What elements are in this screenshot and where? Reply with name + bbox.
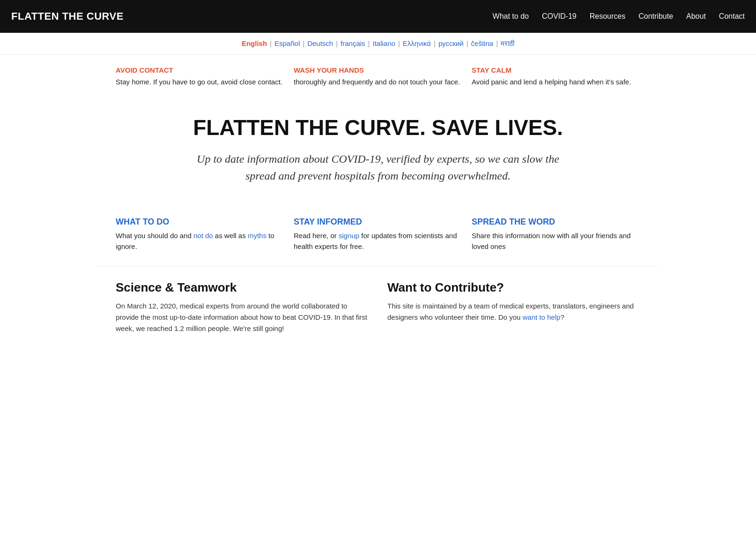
lang-separator: | <box>270 39 272 47</box>
feature-body-1: Read here, or signup for updates from sc… <box>294 231 462 252</box>
lang-italiano[interactable]: Italiano <box>373 39 395 47</box>
hero-title: FLATTEN THE CURVE. SAVE LIVES. <box>186 116 570 140</box>
lang-ελληνικά[interactable]: Ελληνικά <box>403 39 431 47</box>
feature-body-2: Share this information now with all your… <box>472 231 640 252</box>
contribute-link[interactable]: want to help <box>522 313 560 321</box>
language-bar: English|Español|Deutsch|français|Italian… <box>0 33 756 55</box>
site-logo: FLATTEN THE CURVE <box>11 10 124 23</box>
features-section: WHAT TO DOWhat you should do and not do … <box>97 203 659 266</box>
tip-title-0: AVOID CONTACT <box>116 66 284 74</box>
lang-deutsch[interactable]: Deutsch <box>307 39 333 47</box>
feature-link-not-do[interactable]: not do <box>193 232 213 240</box>
tip-title-1: WASH YOUR HANDS <box>294 66 462 74</box>
tip-title-2: STAY CALM <box>472 66 640 74</box>
lang-русский[interactable]: русский <box>438 39 464 47</box>
lang-français[interactable]: français <box>341 39 365 47</box>
tip-0: AVOID CONTACTStay home. If you have to g… <box>116 66 284 88</box>
lang-separator: | <box>434 39 436 47</box>
nav-link-what-to-do[interactable]: What to do <box>493 12 529 20</box>
lang-english[interactable]: English <box>242 39 267 47</box>
feature-link-signup[interactable]: signup <box>339 232 359 240</box>
lang-मराठी[interactable]: मराठी <box>501 39 514 47</box>
nav-links: What to doCOVID-19ResourcesContributeAbo… <box>493 12 745 21</box>
lang-separator: | <box>368 39 370 47</box>
quick-tips: AVOID CONTACTStay home. If you have to g… <box>97 55 659 92</box>
nav-link-resources[interactable]: Resources <box>590 12 625 20</box>
science-title: Science & Teamwork <box>116 280 369 295</box>
contribute-body: This site is maintained by a team of med… <box>387 301 640 323</box>
lang-separator: | <box>467 39 468 47</box>
nav-link-covid-19[interactable]: COVID-19 <box>542 12 577 20</box>
lang-čeština[interactable]: čeština <box>471 39 494 47</box>
feature-0: WHAT TO DOWhat you should do and not do … <box>116 217 284 252</box>
feature-text: What you should do <box>116 232 178 240</box>
science-teamwork-section: Science & Teamwork On March 12, 2020, me… <box>116 280 369 334</box>
bottom-sections: Science & Teamwork On March 12, 2020, me… <box>97 266 659 353</box>
science-body: On March 12, 2020, medical experts from … <box>116 301 369 334</box>
tip-2: STAY CALMAvoid panic and lend a helping … <box>472 66 640 88</box>
feature-2: SPREAD THE WORDShare this information no… <box>472 217 640 252</box>
feature-text: Share this information now with all your… <box>472 232 630 250</box>
tip-1: WASH YOUR HANDSthoroughly and frequently… <box>294 66 462 88</box>
feature-title-0: WHAT TO DO <box>116 217 284 227</box>
lang-separator: | <box>398 39 400 47</box>
feature-1: STAY INFORMEDRead here, or signup for up… <box>294 217 462 252</box>
lang-separator: | <box>303 39 304 47</box>
feature-title-2: SPREAD THE WORD <box>472 217 640 227</box>
nav-link-about[interactable]: About <box>686 12 706 20</box>
feature-text: Read here, or <box>294 232 339 240</box>
tip-body-1: thoroughly and frequently and do not tou… <box>294 77 462 88</box>
nav-link-contact[interactable]: Contact <box>719 12 745 20</box>
hero-section: FLATTEN THE CURVE. SAVE LIVES. Up to dat… <box>167 92 589 203</box>
feature-title-1: STAY INFORMED <box>294 217 462 227</box>
main-nav: FLATTEN THE CURVE What to doCOVID-19Reso… <box>0 0 756 33</box>
feature-text: as well as <box>213 232 248 240</box>
lang-separator: | <box>496 39 498 47</box>
feature-text: and <box>178 232 193 240</box>
hero-subtitle: Up to date information about COVID-19, v… <box>186 150 570 184</box>
lang-español[interactable]: Español <box>274 39 300 47</box>
contribute-section: Want to Contribute? This site is maintai… <box>387 280 640 334</box>
feature-link-myths[interactable]: myths <box>248 232 267 240</box>
contribute-title: Want to Contribute? <box>387 280 640 295</box>
tip-body-0: Stay home. If you have to go out, avoid … <box>116 77 284 88</box>
feature-body-0: What you should do and not do as well as… <box>116 231 284 252</box>
nav-link-contribute[interactable]: Contribute <box>638 12 673 20</box>
tip-body-2: Avoid panic and lend a helping hand when… <box>472 77 640 88</box>
lang-separator: | <box>336 39 338 47</box>
